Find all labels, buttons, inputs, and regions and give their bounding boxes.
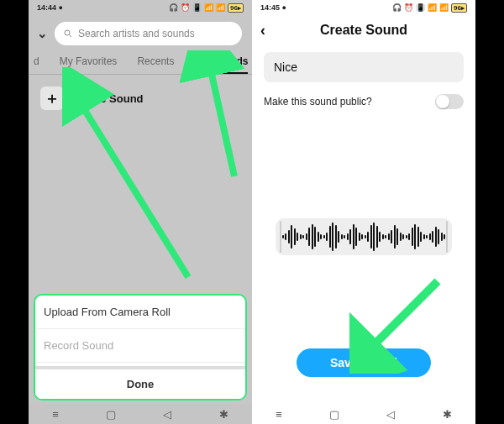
search-icon xyxy=(63,29,73,39)
create-sound-row[interactable]: ＋ Create Sound xyxy=(40,86,240,110)
action-sheet: Upload From Camera Roll Record Sound Don… xyxy=(34,294,247,400)
public-toggle[interactable] xyxy=(435,94,464,109)
tab-recents[interactable]: Recents xyxy=(137,55,174,74)
nav-back-icon[interactable]: ◁ xyxy=(386,408,395,421)
nav-accessibility-icon[interactable]: ✱ xyxy=(219,408,228,421)
nav-home-icon[interactable]: ▢ xyxy=(329,408,339,421)
save-sound-button[interactable]: Save Sound xyxy=(297,348,431,377)
phone-left: 14:44 ● 🎧⏰📳📶📶 96▸ ⌄ Search artists and s… xyxy=(29,0,252,424)
android-nav-bar: ≡ ▢ ◁ ✱ xyxy=(252,404,475,424)
status-time: 14:45 xyxy=(260,3,280,12)
waveform-trimmer[interactable] xyxy=(276,218,452,255)
nav-accessibility-icon[interactable]: ✱ xyxy=(443,408,452,421)
sheet-record-sound[interactable]: Record Sound xyxy=(35,329,245,363)
waveform-icon xyxy=(282,222,446,251)
status-bar: 14:45 ● 🎧⏰📳📶📶 96▸ xyxy=(252,0,475,15)
create-sound-label: Create Sound xyxy=(72,92,144,105)
android-nav-bar: ≡ ▢ ◁ ✱ xyxy=(29,404,252,424)
tab-my-sounds[interactable]: My Sounds xyxy=(194,55,248,74)
nav-recent-icon[interactable]: ≡ xyxy=(276,408,282,421)
sheet-upload-camera-roll[interactable]: Upload From Camera Roll xyxy=(35,296,245,329)
svg-line-4 xyxy=(366,281,438,353)
search-row: ⌄ Search artists and sounds xyxy=(29,15,252,50)
plus-icon[interactable]: ＋ xyxy=(40,86,64,110)
status-time: 14:44 xyxy=(37,3,56,12)
sound-name-input[interactable]: Nice xyxy=(264,52,464,82)
status-right-icons: 🎧⏰📳📶📶 96▸ xyxy=(392,3,467,13)
svg-line-2 xyxy=(79,101,188,277)
sound-name-value: Nice xyxy=(274,60,297,74)
status-bar: 14:44 ● 🎧⏰📳📶📶 96▸ xyxy=(29,0,252,15)
public-toggle-row: Make this sound public? xyxy=(264,94,464,109)
public-label: Make this sound public? xyxy=(264,96,372,107)
tab-my-favorites[interactable]: My Favorites xyxy=(60,55,118,74)
page-title: Create Sound xyxy=(320,23,407,38)
svg-point-0 xyxy=(65,30,70,35)
nav-recent-icon[interactable]: ≡ xyxy=(52,408,59,421)
svg-line-1 xyxy=(70,35,72,38)
trim-handle-right[interactable] xyxy=(446,221,448,253)
trim-handle-left[interactable] xyxy=(280,221,281,253)
chevron-down-icon[interactable]: ⌄ xyxy=(37,26,48,41)
nav-back-icon[interactable]: ◁ xyxy=(163,408,171,421)
create-sound-header: ‹ Create Sound xyxy=(252,15,475,45)
sound-tabs: d My Favorites Recents My Sounds xyxy=(29,50,252,75)
search-placeholder: Search artists and sounds xyxy=(78,28,195,39)
phone-right: 14:45 ● 🎧⏰📳📶📶 96▸ ‹ Create Sound Nice Ma… xyxy=(252,0,475,424)
status-right-icons: 🎧⏰📳📶📶 96▸ xyxy=(169,3,244,13)
sheet-done-button[interactable]: Done xyxy=(35,366,245,399)
search-input[interactable]: Search artists and sounds xyxy=(55,22,242,45)
create-sound-body: Nice Make this sound public? xyxy=(252,45,475,262)
svg-line-3 xyxy=(209,63,234,176)
tab-featured-truncated[interactable]: d xyxy=(34,55,39,74)
save-sound-label: Save Sound xyxy=(330,356,397,369)
nav-home-icon[interactable]: ▢ xyxy=(106,408,116,421)
back-icon[interactable]: ‹ xyxy=(260,22,265,39)
